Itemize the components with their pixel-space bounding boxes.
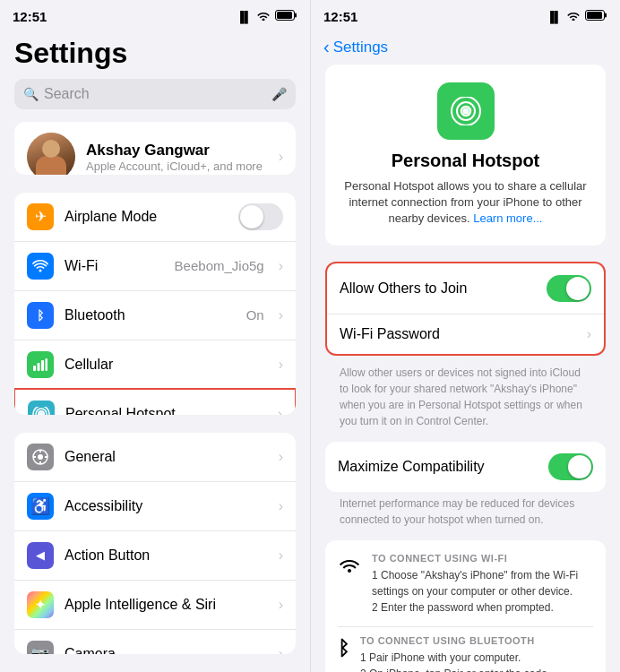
camera-row[interactable]: 📷 Camera › (14, 629, 296, 654)
bluetooth-instructions-row: ᛒ TO CONNECT USING BLUETOOTH 1 Pair iPho… (338, 635, 593, 672)
bluetooth-connect-title: TO CONNECT USING BLUETOOTH (360, 635, 593, 646)
wifi-password-row[interactable]: Wi-Fi Password › (327, 314, 604, 354)
connect-instructions: TO CONNECT USING WI-FI 1 Choose "Akshay'… (325, 540, 606, 672)
personal-hotspot-row[interactable]: Personal Hotspot › (14, 388, 296, 415)
bluetooth-label: Bluetooth (65, 307, 236, 323)
allow-others-row[interactable]: Allow Others to Join (327, 263, 604, 314)
wifi-row[interactable]: Wi-Fi Beebom_Jio5g › (14, 241, 296, 290)
svg-rect-6 (46, 358, 48, 371)
profile-row[interactable]: Akshay Gangwar Apple Account, iCloud+, a… (14, 122, 296, 175)
wifi-connect-info: TO CONNECT USING WI-FI 1 Choose "Akshay'… (372, 553, 593, 616)
search-placeholder: Search (44, 86, 266, 102)
avatar (27, 133, 75, 175)
battery-icon (275, 10, 297, 23)
svg-rect-26 (587, 12, 602, 19)
bluetooth-icon: ᛒ (27, 302, 54, 329)
hotspot-description: Personal Hotspot allows you to share a c… (340, 178, 591, 228)
wifi-settings-icon (27, 253, 54, 280)
back-label[interactable]: Settings (333, 39, 388, 56)
general-row[interactable]: General › (14, 433, 296, 481)
bluetooth-chevron: › (279, 307, 283, 323)
right-wifi-icon (566, 10, 581, 23)
accessibility-chevron: › (279, 498, 283, 514)
hotspot-page-title: Personal Hotspot (340, 151, 591, 171)
svg-point-30 (462, 108, 469, 115)
accessibility-row[interactable]: ♿ Accessibility › (14, 481, 296, 530)
left-status-bar: 12:51 ▐▌ (0, 0, 310, 30)
allow-others-toggle[interactable] (547, 275, 591, 302)
action-button-icon: ◀ (27, 542, 54, 569)
camera-chevron: › (279, 646, 283, 654)
cellular-chevron: › (279, 357, 283, 373)
search-bar[interactable]: 🔍 Search 🎤 (14, 79, 296, 109)
action-button-chevron: › (279, 547, 283, 564)
maximize-compatibility-group: Maximize Compatibility (325, 442, 606, 492)
profile-chevron: › (279, 149, 283, 165)
airplane-mode-icon: ✈ (27, 203, 54, 230)
back-navigation[interactable]: ‹ Settings (311, 30, 620, 65)
left-status-icons: ▐▌ (237, 10, 297, 23)
general-icon (27, 444, 54, 470)
apple-intelligence-row[interactable]: ✦ Apple Intelligence & Siri › (14, 580, 296, 629)
airplane-mode-row[interactable]: ✈ Airplane Mode (14, 193, 296, 241)
allow-others-group: Allow Others to Join Wi-Fi Password › (325, 262, 606, 356)
general-label: General (65, 449, 268, 465)
profile-info: Akshay Gangwar Apple Account, iCloud+, a… (86, 142, 268, 173)
general-chevron: › (279, 449, 283, 465)
svg-rect-2 (277, 12, 292, 19)
apple-intelligence-label: Apple Intelligence & Siri (65, 597, 268, 613)
settings-left-panel: 12:51 ▐▌ Settings 🔍 Search (0, 0, 310, 672)
maximize-compatibility-toggle[interactable] (548, 453, 593, 480)
svg-rect-4 (38, 363, 40, 371)
right-status-time: 12:51 (323, 9, 357, 24)
accessibility-icon: ♿ (27, 493, 54, 520)
personal-hotspot-icon (28, 401, 55, 415)
svg-rect-25 (605, 13, 607, 18)
profile-group: Akshay Gangwar Apple Account, iCloud+, a… (14, 122, 296, 175)
profile-name: Akshay Gangwar (86, 142, 268, 159)
maximize-info-text: Internet performance may be reduced for … (340, 495, 591, 528)
bluetooth-connect-icon: ᛒ (338, 637, 349, 660)
personal-hotspot-chevron: › (278, 406, 282, 415)
wifi-password-label: Wi-Fi Password (340, 326, 578, 342)
wifi-icon (256, 10, 271, 23)
maximize-compatibility-row[interactable]: Maximize Compatibility (325, 442, 606, 492)
wifi-connect-step1: 1 Choose "Akshay's iPhone" from the Wi-F… (372, 567, 593, 599)
wifi-instructions-row: TO CONNECT USING WI-FI 1 Choose "Akshay'… (338, 553, 593, 616)
wifi-connect-step2: 2 Enter the password when prompted. (372, 599, 593, 616)
mic-icon[interactable]: 🎤 (271, 87, 287, 101)
connect-divider (338, 626, 593, 627)
svg-point-15 (38, 454, 43, 460)
left-status-time: 12:51 (13, 9, 47, 24)
svg-rect-1 (295, 13, 297, 18)
right-scroll-content: Personal Hotspot Personal Hotspot allows… (311, 65, 620, 672)
network-settings-group: ✈ Airplane Mode Wi-Fi Beebom_Jio5g › ᛒ B… (14, 193, 296, 415)
allow-others-label: Allow Others to Join (340, 280, 538, 297)
search-icon: 🔍 (23, 87, 39, 101)
apple-intelligence-icon: ✦ (27, 591, 54, 618)
right-status-icons: ▐▌ (547, 10, 607, 23)
personal-hotspot-panel: 12:51 ▐▌ ‹ Settings (310, 0, 620, 672)
bluetooth-connect-step1: 1 Pair iPhone with your computer. (360, 650, 593, 666)
personal-hotspot-label: Personal Hotspot (65, 406, 267, 415)
action-button-row[interactable]: ◀ Action Button › (14, 530, 296, 580)
svg-rect-16 (39, 450, 41, 452)
back-chevron-icon: ‹ (323, 37, 330, 57)
svg-rect-18 (33, 456, 36, 458)
svg-rect-19 (45, 456, 47, 458)
learn-more-link[interactable]: Learn more... (473, 211, 542, 225)
right-battery-icon (585, 10, 607, 23)
bluetooth-row[interactable]: ᛒ Bluetooth On › (14, 290, 296, 340)
bluetooth-connect-info: TO CONNECT USING BLUETOOTH 1 Pair iPhone… (360, 635, 593, 672)
svg-rect-17 (39, 461, 41, 464)
camera-icon: 📷 (27, 641, 54, 654)
wifi-value: Beebom_Jio5g (175, 258, 264, 273)
maximize-compatibility-label: Maximize Compatibility (338, 459, 539, 475)
settings-title: Settings (0, 30, 310, 79)
svg-rect-5 (41, 360, 44, 371)
cellular-row[interactable]: Cellular › (14, 340, 296, 389)
airplane-mode-label: Airplane Mode (65, 209, 228, 225)
wifi-chevron: › (279, 258, 283, 274)
bluetooth-value: On (246, 307, 264, 323)
airplane-mode-toggle[interactable] (238, 203, 283, 230)
